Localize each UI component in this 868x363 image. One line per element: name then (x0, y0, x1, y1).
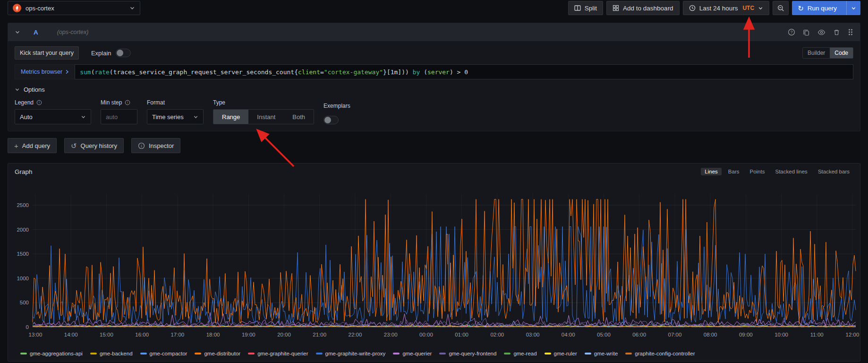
legend-item[interactable]: gme-compactor (140, 351, 187, 356)
legend-item[interactable]: gme-aggregations-api (20, 351, 83, 356)
datasource-picker[interactable]: ops-cortex (8, 1, 140, 15)
inspector-label: Inspector (149, 142, 174, 149)
svg-text:07:00: 07:00 (668, 332, 682, 337)
trash-icon[interactable] (833, 29, 840, 36)
timezone-label: UTC (742, 5, 754, 11)
min-step-label: Min step (101, 99, 122, 106)
legend-series-name: gme-ruler (554, 351, 577, 356)
add-to-dashboard-label: Add to dashboard (623, 5, 673, 12)
legend-swatch (20, 353, 27, 354)
collapse-chevron-icon[interactable] (15, 29, 20, 35)
drag-handle-icon[interactable] (848, 28, 853, 36)
query-type-group: RangeInstantBoth (213, 109, 314, 124)
query-type-both[interactable]: Both (284, 110, 314, 124)
copy-icon[interactable] (803, 29, 810, 36)
run-query-button[interactable]: ↻ Run query (792, 1, 860, 15)
legend-series-name: gme-read (513, 351, 536, 356)
svg-text:500: 500 (20, 300, 29, 305)
kick-start-query-button[interactable]: Kick start your query (15, 46, 79, 60)
history-icon: ↺ (71, 142, 77, 149)
graph-mode-lines[interactable]: Lines (701, 168, 722, 175)
format-value: Time series (152, 113, 184, 121)
legend-item[interactable]: gme-write (585, 351, 618, 356)
editor-mode-builder[interactable]: Builder (803, 48, 830, 58)
type-label: Type (213, 99, 225, 106)
exemplars-toggle[interactable] (323, 116, 339, 124)
svg-text:09:00: 09:00 (739, 332, 753, 337)
add-query-button[interactable]: + Add query (8, 138, 57, 153)
svg-text:i: i (39, 101, 39, 104)
query-type-instant[interactable]: Instant (248, 110, 284, 124)
zoom-out-icon (777, 5, 784, 12)
info-circle-icon: i (36, 100, 42, 105)
svg-text:11:00: 11:00 (810, 332, 824, 337)
graph-legend: gme-aggregations-apigme-backendgme-compa… (8, 350, 860, 356)
legend-item[interactable]: gme-query-frontend (439, 351, 496, 356)
graph-display-modes: LinesBarsPointsStacked linesStacked bars (701, 168, 853, 175)
svg-text:10:00: 10:00 (774, 332, 788, 337)
legend-swatch (316, 353, 323, 354)
legend-item[interactable]: graphite-config-controller (625, 351, 695, 356)
format-select[interactable]: Time series (147, 109, 204, 124)
chevron-down-icon (81, 114, 86, 120)
legend-item[interactable]: gme-backend (90, 351, 133, 356)
inspector-button[interactable]: i Inspector (131, 138, 180, 153)
graph-mode-bars[interactable]: Bars (724, 168, 743, 175)
query-code-input[interactable]: sum(rate(traces_service_graph_request_se… (75, 64, 853, 79)
eye-icon[interactable] (817, 28, 825, 36)
explain-toggle[interactable] (116, 49, 131, 57)
add-to-dashboard-button[interactable]: Add to dashboard (606, 1, 680, 15)
legend-item[interactable]: gme-distributor (195, 351, 240, 356)
legend-series-name: gme-aggregations-api (30, 351, 83, 356)
legend-item[interactable]: gme-querier (393, 351, 432, 356)
info-circle-icon: i (138, 142, 145, 149)
graph-mode-stacked-bars[interactable]: Stacked bars (814, 168, 853, 175)
svg-text:i: i (141, 143, 142, 148)
format-label: Format (147, 99, 165, 106)
svg-text:14:00: 14:00 (64, 332, 78, 337)
legend-item[interactable]: gme-ruler (545, 351, 577, 356)
annotation-arrow-range-button (258, 130, 294, 166)
svg-text:23:00: 23:00 (384, 332, 398, 337)
query-type-range[interactable]: Range (213, 110, 248, 124)
graph-mode-stacked-lines[interactable]: Stacked lines (771, 168, 811, 175)
svg-text:0: 0 (26, 324, 29, 330)
legend-value: Auto (20, 113, 33, 121)
query-ref-id[interactable]: A (34, 29, 38, 36)
svg-text:19:00: 19:00 (242, 332, 255, 337)
series-gme-graphite-write-proxy (33, 226, 856, 324)
query-row-header[interactable]: A (ops-cortex) ? (8, 23, 860, 41)
graph-mode-points[interactable]: Points (746, 168, 769, 175)
split-button[interactable]: Split (568, 1, 603, 15)
legend-select[interactable]: Auto (15, 109, 91, 124)
chevron-down-icon (15, 87, 20, 92)
zoom-out-button[interactable] (773, 1, 789, 15)
time-series-chart[interactable]: 0500100015002000250013:0014:0015:0016:00… (8, 180, 860, 350)
legend-swatch (439, 353, 446, 354)
legend-swatch (90, 353, 97, 354)
time-range-picker[interactable]: Last 24 hours UTC (683, 1, 769, 15)
add-query-label: Add query (22, 142, 50, 149)
graph-panel-title: Graph (15, 168, 33, 175)
legend-item[interactable]: gme-read (504, 351, 536, 356)
metrics-browser-button[interactable]: Metrics browser (15, 64, 75, 79)
run-query-dropdown[interactable] (846, 1, 860, 15)
options-section-toggle[interactable]: Options (15, 86, 853, 93)
help-icon[interactable]: ? (788, 28, 795, 36)
svg-text:05:00: 05:00 (597, 332, 611, 337)
metrics-browser-label: Metrics browser (21, 69, 62, 75)
chevron-down-icon (851, 6, 856, 11)
legend-item[interactable]: gme-graphite-write-proxy (316, 351, 386, 356)
svg-text:12:00: 12:00 (846, 332, 859, 337)
legend-swatch (585, 353, 591, 354)
query-history-button[interactable]: ↺ Query history (64, 138, 124, 153)
legend-item[interactable]: gme-graphite-querier (248, 351, 308, 356)
explain-label: Explain (91, 50, 111, 57)
chevron-down-icon (129, 5, 135, 11)
svg-text:02:00: 02:00 (490, 332, 504, 337)
legend-series-name: gme-graphite-write-proxy (325, 351, 386, 356)
min-step-input[interactable] (101, 109, 137, 124)
svg-text:15:00: 15:00 (100, 332, 113, 337)
editor-mode-code[interactable]: Code (830, 48, 853, 58)
info-circle-icon: i (125, 100, 130, 105)
